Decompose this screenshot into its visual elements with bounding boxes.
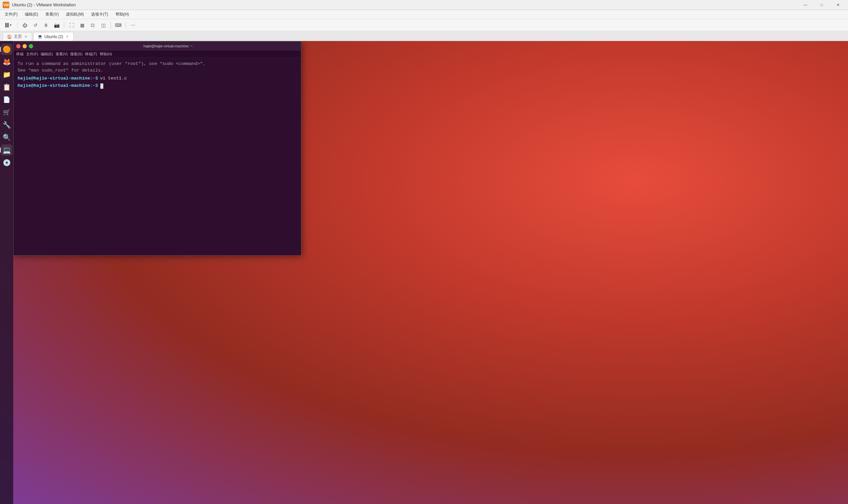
menu-file[interactable]: 文件(F) [1,11,21,18]
pause-dropdown-arrow: ▼ [9,23,12,27]
fullscreen-button[interactable]: ⛶ [67,21,76,30]
term-user-2: hajie@hajie-virtual-machine [18,83,90,89]
terminal-prompt-2: hajie@hajie-virtual-machine :~$ [18,83,297,89]
home-tab-label: 主页 [14,34,22,39]
terminal-body[interactable]: To run a command as administrator (user … [14,58,301,255]
menu-view[interactable]: 查看(V) [42,11,62,18]
dock-ubuntu-icon[interactable]: 🟠 [1,44,12,55]
dock-firefox-icon[interactable]: 🦊 [1,56,12,68]
snapshot-button[interactable]: 📷 [52,21,61,30]
maximize-button[interactable]: □ [814,1,829,8]
firefox-icon: 🦊 [3,58,11,66]
terminal-close-button[interactable] [16,44,20,48]
ubuntu-tab-label: Ubuntu (2) [44,34,63,39]
terminal-prompt-1: hajie@hajie-virtual-machine :~$ vi test1… [18,75,297,82]
terminal-info-line1: To run a command as administrator (user … [18,60,297,67]
terminal-icon: 💻 [3,146,11,154]
term-menu-file[interactable]: 文件(F) [26,52,38,57]
vmware-toolbar: ▼ ⏻ ↺ ⏸ 📷 ⛶ ▦ ⊡ ◫ ⌨ ⋯ [0,19,848,31]
suspend-button[interactable]: ⏸ [41,21,51,30]
terminal-minimize-button[interactable] [22,44,27,48]
power-button[interactable]: ⏻ [20,21,30,30]
notes-icon: 📋 [3,83,11,91]
vmware-app-icon: VM [3,2,9,8]
send-ctrl-alt-button[interactable]: ⌨ [113,21,123,30]
pause-icon [5,23,8,28]
menu-vm[interactable]: 虚拟机(M) [62,11,87,18]
reset-button[interactable]: ↺ [31,21,40,30]
dock-files-icon[interactable]: 📁 [1,69,12,80]
terminal-app-menu: 终端 文件(F) 编辑(E) 查看(V) 搜索(S) 终端(T) 帮助(H) [14,51,301,58]
term-menu-terminal[interactable]: 终端 [16,52,23,57]
terminal-cursor [100,84,103,89]
dock-disk-icon[interactable]: 💿 [1,157,12,168]
toolbar-sep-3 [111,22,111,29]
term-menu-search[interactable]: 搜索(S) [70,52,83,57]
term-menu-termitem[interactable]: 终端(T) [85,52,97,57]
toolbar-sep-4 [126,22,126,29]
unity-button[interactable]: ▦ [77,21,87,30]
minimize-button[interactable]: — [798,1,813,8]
more-button[interactable]: ⋯ [128,21,138,30]
vmware-tabbar: 🏠 主页 ✕ 💻 Ubuntu (2) ✕ [0,31,848,41]
settings-icon: 🔧 [3,121,11,129]
term-menu-edit[interactable]: 编辑(E) [41,52,53,57]
terminal-title: hajie@hajie-virtual-machine: ~ [38,44,298,48]
term-sep-2: :~$ [90,83,98,89]
home-tab-close[interactable]: ✕ [24,34,28,39]
terminal-info-line2: See "man sudo_root" for details. [18,67,297,74]
tab-home[interactable]: 🏠 主页 ✕ [3,32,32,41]
tab-ubuntu[interactable]: 💻 Ubuntu (2) ✕ [33,32,73,41]
vmware-menubar: 文件(F) 编辑(E) 查看(V) 虚拟机(M) 选项卡(T) 帮助(H) [0,10,848,19]
menu-edit[interactable]: 编辑(E) [21,11,41,18]
term-menu-help[interactable]: 帮助(H) [100,52,112,57]
dock-settings-icon[interactable]: 🔧 [1,119,12,130]
dock-search-icon[interactable]: 🔍 [1,132,12,143]
ubuntu-tab-close[interactable]: ✕ [65,34,69,39]
dock-terminal-icon[interactable]: 💻 [1,144,12,156]
fit-button[interactable]: ⊡ [88,21,97,30]
close-button[interactable]: ✕ [830,1,845,8]
terminal-titlebar: hajie@hajie-virtual-machine: ~ [14,41,301,51]
vmware-titlebar: VM Ubuntu (2) - VMware Workstation — □ ✕ [0,0,848,10]
vm-icon: 💻 [38,34,42,39]
amazon-icon: 🛒 [3,109,10,116]
term-user-1: hajie@hajie-virtual-machine [18,75,90,82]
disk-icon: 💿 [3,159,11,166]
term-command-1: vi test1.c [100,75,127,82]
ubuntu-desktop: 🟠 🦊 📁 📋 📄 🛒 🔧 🔍 💻 [0,41,848,504]
window-controls: — □ ✕ [798,1,845,8]
search-icon: 🔍 [3,133,11,141]
files-icon: 📁 [3,71,11,78]
dock-notes-icon[interactable]: 📋 [1,82,12,93]
ubuntu-dock: 🟠 🦊 📁 📋 📄 🛒 🔧 🔍 💻 [0,41,13,504]
ubuntu-logo-icon: 🟠 [3,46,11,53]
terminal-maximize-button[interactable] [29,44,33,48]
toolbar-sep-1 [17,22,18,29]
term-sep-1: :~$ [90,75,98,82]
menu-help[interactable]: 帮助(H) [112,11,132,18]
fit2-button[interactable]: ◫ [99,21,108,30]
term-menu-view[interactable]: 查看(V) [56,52,68,57]
window-title: Ubuntu (2) - VMware Workstation [12,2,795,7]
toolbar-sep-2 [64,22,64,29]
text-editor-icon: 📄 [3,96,10,103]
pause-button[interactable]: ▼ [3,21,15,30]
menu-tab[interactable]: 选项卡(T) [88,11,111,18]
dock-text-icon[interactable]: 📄 [1,94,12,105]
terminal-window: hajie@hajie-virtual-machine: ~ 终端 文件(F) … [13,41,301,256]
dock-amazon-icon[interactable]: 🛒 [1,107,12,118]
home-icon: 🏠 [7,34,12,39]
